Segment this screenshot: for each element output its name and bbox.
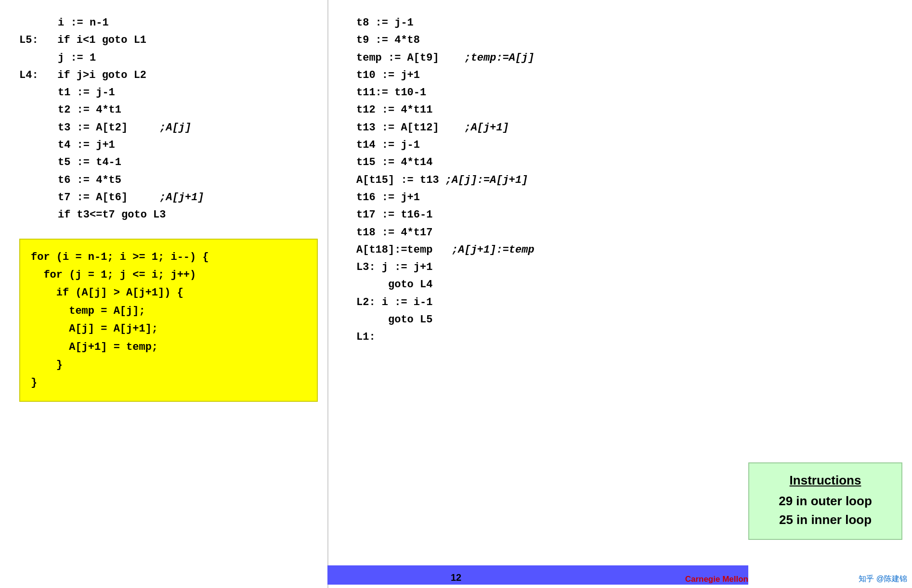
code-line: t18 := 4*t17 [356, 224, 898, 242]
code-line: t3 := A[t2] ;A[j] [19, 119, 318, 137]
yellow-line: A[j+1] = temp; [31, 338, 306, 356]
yellow-line: } [31, 374, 306, 392]
yellow-line: A[j] = A[j+1]; [31, 320, 306, 338]
code-line: t12 := 4*t11 [356, 102, 898, 119]
code-line: t11:= t10-1 [356, 84, 898, 102]
code-line: t16 := j+1 [356, 189, 898, 206]
cmu-watermark: Carnegie Mellon [685, 575, 748, 584]
code-line: goto L4 [356, 276, 898, 294]
instructions-box: Instructions 29 in outer loop 25 in inne… [748, 462, 902, 540]
left-top-code: i := n-1 L5: if i<1 goto L1 j := 1 L4: i… [19, 14, 318, 224]
code-line: goto L5 [356, 311, 898, 329]
yellow-line: for (i = n-1; i >= 1; i--) { [31, 248, 306, 266]
page-number: 12 [451, 572, 461, 583]
right-code: t8 := j-1 t9 := 4*t8 temp := A[t9] ;temp… [356, 14, 898, 346]
code-line: t17 := t16-1 [356, 206, 898, 224]
yellow-line: } [31, 356, 306, 374]
outer-loop-count: 29 in outer loop [764, 492, 887, 511]
yellow-line: temp = A[j]; [31, 302, 306, 320]
code-line: A[t15] := t13 ;A[j]:=A[j+1] [356, 172, 898, 189]
code-line: t5 := t4-1 [19, 154, 318, 171]
main-container: i := n-1 L5: if i<1 goto L1 j := 1 L4: i… [0, 0, 912, 588]
code-line: t8 := j-1 [356, 14, 898, 32]
code-line: t9 := 4*t8 [356, 32, 898, 49]
code-line: t7 := A[t6] ;A[j+1] [19, 189, 318, 206]
code-line: i := n-1 [19, 14, 318, 32]
instructions-title: Instructions [764, 473, 887, 488]
code-line: temp := A[t9] ;temp:=A[j] [356, 50, 898, 67]
code-line: t13 := A[t12] ;A[j+1] [356, 119, 898, 137]
right-panel: t8 := j-1 t9 := 4*t8 temp := A[t9] ;temp… [327, 0, 912, 588]
code-line: L4: if j>i goto L2 [19, 67, 318, 84]
code-line: j := 1 [19, 50, 318, 67]
code-line: t10 := j+1 [356, 67, 898, 84]
code-line: L3: j := j+1 [356, 259, 898, 276]
zhihu-watermark: 知乎 @陈建锦 [859, 574, 907, 584]
code-line: L2: i := i-1 [356, 294, 898, 311]
code-line: t4 := j+1 [19, 137, 318, 154]
code-line: A[t18]:=temp ;A[j+1]:=temp [356, 242, 898, 259]
yellow-code-box: for (i = n-1; i >= 1; i--) { for (j = 1;… [19, 239, 318, 402]
code-line: L5: if i<1 goto L1 [19, 32, 318, 49]
left-panel: i := n-1 L5: if i<1 goto L1 j := 1 L4: i… [0, 0, 327, 588]
code-line: t1 := j-1 [19, 84, 318, 102]
code-line: if t3<=t7 goto L3 [19, 206, 318, 224]
code-line: t2 := 4*t1 [19, 102, 318, 119]
code-line: t14 := j-1 [356, 137, 898, 154]
code-line: t6 := 4*t5 [19, 172, 318, 189]
inner-loop-count: 25 in inner loop [764, 511, 887, 529]
yellow-line: if (A[j] > A[j+1]) { [31, 284, 306, 302]
code-line: L1: [356, 329, 898, 346]
yellow-line: for (j = 1; j <= i; j++) [31, 266, 306, 284]
code-line: t15 := 4*t14 [356, 154, 898, 171]
